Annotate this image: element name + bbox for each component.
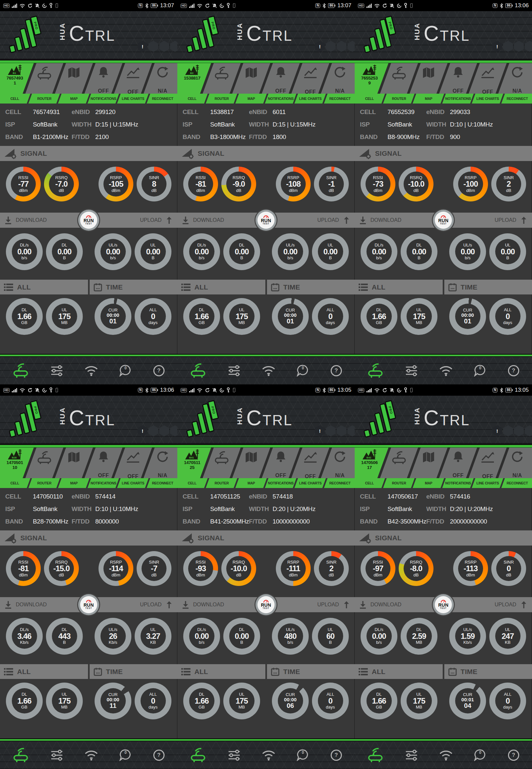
nav-chat-icon[interactable]: 0 bbox=[474, 364, 487, 377]
nav-settings-icon[interactable] bbox=[227, 364, 241, 377]
tab-line-charts[interactable]: OFF bbox=[473, 448, 502, 478]
tab-line-charts[interactable]: OFF bbox=[473, 63, 502, 94]
nav-help-icon[interactable]: ? bbox=[153, 364, 165, 377]
alert-badge[interactable]: ! bbox=[315, 425, 325, 437]
tab-label-notifications[interactable]: NOTIFICATIONS bbox=[89, 94, 118, 103]
tab-router[interactable] bbox=[207, 63, 236, 94]
tab-label-line-charts[interactable]: LINE CHARTS bbox=[118, 478, 148, 488]
nav-router-icon[interactable] bbox=[367, 362, 384, 379]
tab-reconnect[interactable]: N/A bbox=[325, 63, 355, 94]
tab-label-cell[interactable]: CELL bbox=[355, 94, 384, 103]
tab-map[interactable] bbox=[59, 63, 89, 94]
tab-label-map[interactable]: MAP bbox=[414, 94, 443, 103]
nav-router-icon[interactable] bbox=[12, 362, 29, 379]
tab-line-charts[interactable]: OFF bbox=[296, 448, 325, 478]
nav-wifi-icon[interactable] bbox=[84, 750, 99, 761]
tab-notifications[interactable]: OFF bbox=[266, 448, 296, 478]
nav-settings-icon[interactable] bbox=[405, 364, 418, 377]
alert-badge[interactable]: ! bbox=[315, 41, 325, 52]
tab-label-router[interactable]: ROUTER bbox=[384, 94, 414, 103]
tab-notifications[interactable]: OFF bbox=[89, 63, 118, 94]
tab-reconnect[interactable]: N/A bbox=[325, 448, 355, 478]
nav-help-icon[interactable]: ? bbox=[330, 749, 343, 761]
tab-label-router[interactable]: ROUTER bbox=[30, 478, 59, 488]
tab-label-reconnect[interactable]: RECONNECT bbox=[325, 478, 355, 488]
nav-chat-icon[interactable]: 0 bbox=[119, 749, 132, 761]
alert-badge[interactable]: ! bbox=[492, 425, 502, 437]
tab-label-line-charts[interactable]: LINE CHARTS bbox=[473, 94, 502, 103]
tab-label-notifications[interactable]: NOTIFICATIONS bbox=[443, 94, 473, 103]
nav-settings-icon[interactable] bbox=[50, 364, 64, 377]
tab-line-charts[interactable]: OFF bbox=[118, 63, 148, 94]
nav-settings-icon[interactable] bbox=[50, 749, 64, 761]
run-test-button[interactable]: RUN TEST bbox=[255, 210, 277, 231]
tab-notifications[interactable]: OFF bbox=[443, 63, 473, 94]
nav-router-icon[interactable] bbox=[189, 362, 207, 379]
run-test-button[interactable]: RUN TEST bbox=[255, 594, 277, 615]
nav-chat-icon[interactable]: 0 bbox=[296, 364, 309, 377]
tab-notifications[interactable]: OFF bbox=[443, 448, 473, 478]
tab-label-router[interactable]: ROUTER bbox=[207, 94, 236, 103]
tab-cell[interactable]: B28 1470501 10 bbox=[0, 448, 30, 478]
tab-cell[interactable]: B3 1538817 bbox=[177, 63, 207, 94]
tab-label-map[interactable]: MAP bbox=[236, 478, 266, 488]
nav-settings-icon[interactable] bbox=[405, 749, 418, 761]
nav-wifi-icon[interactable] bbox=[439, 365, 453, 376]
tab-label-cell[interactable]: CELL bbox=[355, 478, 384, 488]
tab-label-notifications[interactable]: NOTIFICATIONS bbox=[443, 478, 473, 488]
run-test-button[interactable]: RUN TEST bbox=[433, 594, 454, 615]
nav-chat-icon[interactable]: 0 bbox=[296, 749, 309, 761]
tab-label-map[interactable]: MAP bbox=[59, 94, 89, 103]
tab-label-notifications[interactable]: NOTIFICATIONS bbox=[266, 478, 296, 488]
tab-cell[interactable]: B1 7657493 1 bbox=[0, 63, 30, 94]
tab-notifications[interactable]: OFF bbox=[266, 63, 296, 94]
tab-notifications[interactable]: OFF bbox=[89, 448, 118, 478]
tab-reconnect[interactable]: N/A bbox=[502, 448, 532, 478]
tab-label-reconnect[interactable]: RECONNECT bbox=[148, 94, 177, 103]
tab-label-reconnect[interactable]: RECONNECT bbox=[502, 94, 532, 103]
tab-map[interactable] bbox=[414, 63, 443, 94]
nav-settings-icon[interactable] bbox=[227, 749, 241, 761]
tab-label-map[interactable]: MAP bbox=[59, 478, 89, 488]
nav-wifi-icon[interactable] bbox=[261, 365, 276, 376]
tab-map[interactable] bbox=[414, 448, 443, 478]
tab-label-cell[interactable]: CELL bbox=[177, 94, 207, 103]
tab-cell[interactable]: B8 7655253 9 bbox=[355, 63, 384, 94]
tab-label-router[interactable]: ROUTER bbox=[207, 478, 236, 488]
tab-reconnect[interactable]: N/A bbox=[502, 63, 532, 94]
alert-badge[interactable]: ! bbox=[138, 41, 147, 52]
tab-label-reconnect[interactable]: RECONNECT bbox=[148, 478, 177, 488]
tab-label-cell[interactable]: CELL bbox=[0, 94, 30, 103]
tab-router[interactable] bbox=[384, 63, 414, 94]
nav-help-icon[interactable]: ? bbox=[507, 749, 520, 761]
tab-map[interactable] bbox=[236, 63, 266, 94]
tab-router[interactable] bbox=[384, 448, 414, 478]
tab-map[interactable] bbox=[236, 448, 266, 478]
run-test-button[interactable]: RUN TEST bbox=[78, 210, 99, 231]
tab-reconnect[interactable]: N/A bbox=[148, 448, 177, 478]
tab-label-notifications[interactable]: NOTIFICATIONS bbox=[89, 478, 118, 488]
run-test-button[interactable]: RUN TEST bbox=[433, 210, 454, 231]
tab-label-line-charts[interactable]: LINE CHARTS bbox=[118, 94, 148, 103]
nav-help-icon[interactable]: ? bbox=[153, 749, 165, 761]
tab-label-line-charts[interactable]: LINE CHARTS bbox=[473, 478, 502, 488]
tab-label-reconnect[interactable]: RECONNECT bbox=[502, 478, 532, 488]
tab-label-notifications[interactable]: NOTIFICATIONS bbox=[266, 94, 296, 103]
tab-cell[interactable]: B42 1470506 17 bbox=[355, 448, 384, 478]
tab-router[interactable] bbox=[207, 448, 236, 478]
tab-label-line-charts[interactable]: LINE CHARTS bbox=[296, 94, 325, 103]
run-test-button[interactable]: RUN TEST bbox=[78, 594, 99, 615]
tab-label-cell[interactable]: CELL bbox=[177, 478, 207, 488]
tab-reconnect[interactable]: N/A bbox=[148, 63, 177, 94]
tab-label-router[interactable]: ROUTER bbox=[30, 94, 59, 103]
nav-router-icon[interactable] bbox=[189, 747, 207, 763]
nav-wifi-icon[interactable] bbox=[261, 750, 276, 761]
nav-router-icon[interactable] bbox=[12, 747, 29, 763]
tab-cell[interactable]: B41 1470511 25 bbox=[177, 448, 207, 478]
nav-wifi-icon[interactable] bbox=[84, 365, 99, 376]
tab-label-reconnect[interactable]: RECONNECT bbox=[325, 94, 355, 103]
tab-line-charts[interactable]: OFF bbox=[296, 63, 325, 94]
tab-label-map[interactable]: MAP bbox=[414, 478, 443, 488]
nav-help-icon[interactable]: ? bbox=[507, 364, 520, 377]
alert-badge[interactable]: ! bbox=[138, 425, 147, 437]
